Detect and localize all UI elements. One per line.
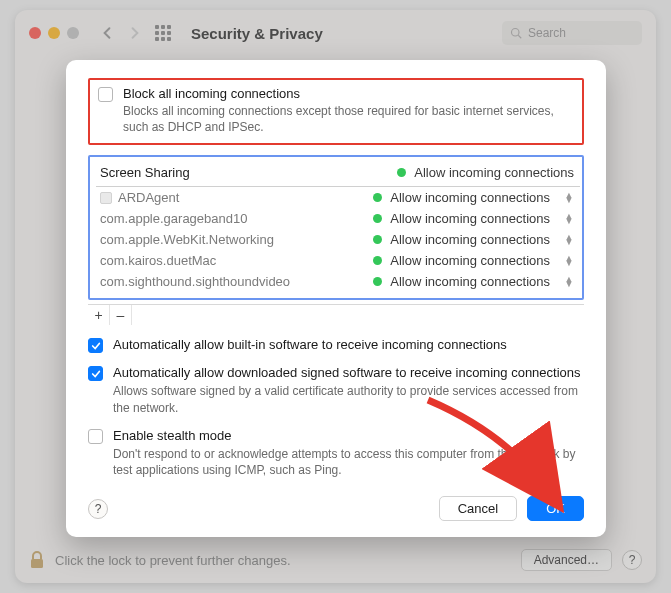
block-all-label: Block all incoming connections [123, 86, 572, 101]
svg-point-0 [512, 29, 520, 37]
auto-signed-checkbox[interactable] [88, 366, 103, 381]
highlight-block-all: Block all incoming connections Blocks al… [88, 78, 584, 145]
svg-rect-2 [31, 559, 43, 568]
auto-builtin-label: Automatically allow built-in software to… [113, 337, 507, 352]
search-placeholder: Search [528, 26, 566, 40]
updown-icon[interactable]: ▲▼ [564, 235, 574, 245]
header-status: Allow incoming connections [397, 165, 574, 180]
stealth-checkbox[interactable] [88, 429, 103, 444]
titlebar: Security & Privacy Search [15, 10, 656, 56]
block-all-checkbox[interactable] [98, 87, 113, 102]
advanced-button[interactable]: Advanced… [521, 549, 612, 571]
updown-icon[interactable]: ▲▼ [564, 214, 574, 224]
lock-text: Click the lock to prevent further change… [55, 553, 511, 568]
auto-signed-desc: Allows software signed by a valid certif… [113, 383, 584, 415]
auto-builtin-option: Automatically allow built-in software to… [88, 337, 584, 353]
app-row[interactable]: com.apple.WebKit.NetworkingAllow incomin… [96, 229, 580, 250]
status-dot-icon [397, 168, 406, 177]
app-status[interactable]: Allow incoming connections▲▼ [373, 211, 574, 226]
app-status[interactable]: Allow incoming connections▲▼ [373, 274, 574, 289]
app-status[interactable]: Allow incoming connections▲▼ [373, 190, 574, 205]
sheet-help-button[interactable]: ? [88, 499, 108, 519]
minimize-icon[interactable] [48, 27, 60, 39]
remove-button[interactable]: – [110, 305, 132, 325]
app-name: com.apple.garageband10 [100, 211, 373, 226]
app-list-header[interactable]: Screen Sharing Allow incoming connection… [96, 161, 580, 187]
app-name: ARDAgent [100, 190, 373, 205]
firewall-options-sheet: Block all incoming connections Blocks al… [66, 60, 606, 537]
auto-builtin-checkbox[interactable] [88, 338, 103, 353]
updown-icon[interactable]: ▲▼ [564, 193, 574, 203]
stealth-desc: Don't respond to or acknowledge attempts… [113, 446, 584, 478]
status-dot-icon [373, 235, 382, 244]
window-title: Security & Privacy [191, 25, 494, 42]
all-prefs-button[interactable] [153, 23, 173, 43]
app-name: com.sighthound.sighthoundvideo [100, 274, 373, 289]
search-input[interactable]: Search [502, 21, 642, 45]
search-icon [510, 27, 522, 39]
status-dot-icon [373, 193, 382, 202]
forward-button[interactable] [125, 23, 145, 43]
lock-icon[interactable] [29, 550, 45, 570]
close-icon[interactable] [29, 27, 41, 39]
app-status[interactable]: Allow incoming connections▲▼ [373, 232, 574, 247]
auto-signed-option: Automatically allow downloaded signed so… [88, 365, 584, 415]
app-row[interactable]: com.kairos.duetMacAllow incoming connect… [96, 250, 580, 271]
zoom-icon [67, 27, 79, 39]
status-dot-icon [373, 256, 382, 265]
window-footer: Click the lock to prevent further change… [29, 549, 642, 571]
status-dot-icon [373, 277, 382, 286]
stealth-option: Enable stealth mode Don't respond to or … [88, 428, 584, 478]
app-name: com.apple.WebKit.Networking [100, 232, 373, 247]
svg-line-1 [518, 35, 521, 38]
updown-icon[interactable]: ▲▼ [564, 277, 574, 287]
auto-signed-label: Automatically allow downloaded signed so… [113, 365, 581, 380]
back-button[interactable] [97, 23, 117, 43]
add-button[interactable]: + [88, 305, 110, 325]
help-button[interactable]: ? [622, 550, 642, 570]
app-status[interactable]: Allow incoming connections▲▼ [373, 253, 574, 268]
status-dot-icon [373, 214, 382, 223]
block-all-desc: Blocks all incoming connections except t… [123, 103, 572, 135]
ok-button[interactable]: OK [527, 496, 584, 521]
traffic-lights [29, 27, 79, 39]
app-icon [100, 192, 112, 204]
add-remove-bar: + – [88, 304, 584, 325]
app-name: com.kairos.duetMac [100, 253, 373, 268]
sheet-footer: ? Cancel OK [88, 496, 584, 521]
cancel-button[interactable]: Cancel [439, 496, 517, 521]
grid-icon [155, 25, 171, 41]
stealth-label: Enable stealth mode [113, 428, 232, 443]
app-row[interactable]: com.sighthound.sighthoundvideoAllow inco… [96, 271, 580, 292]
highlight-app-list: Screen Sharing Allow incoming connection… [88, 155, 584, 300]
app-row[interactable]: ARDAgentAllow incoming connections▲▼ [96, 187, 580, 208]
app-list: Screen Sharing Allow incoming connection… [96, 161, 580, 292]
header-app-name: Screen Sharing [100, 165, 397, 180]
updown-icon[interactable]: ▲▼ [564, 256, 574, 266]
app-row[interactable]: com.apple.garageband10Allow incoming con… [96, 208, 580, 229]
